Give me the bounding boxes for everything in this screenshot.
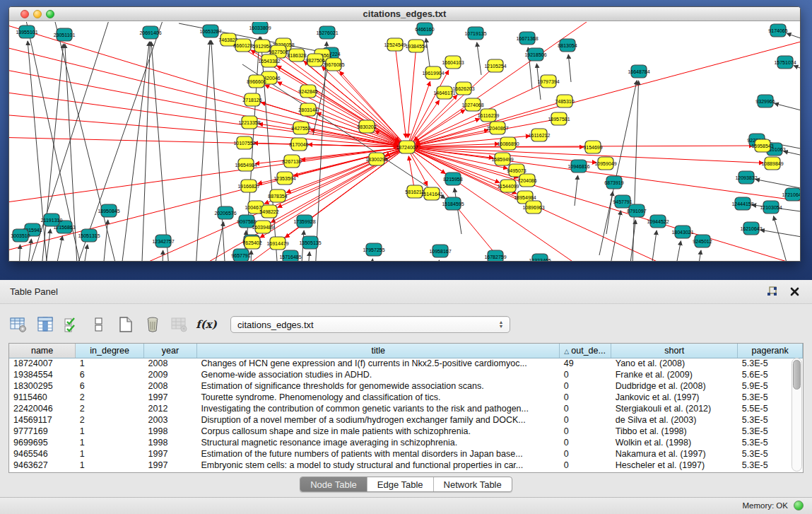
graph-node[interactable]: 8660128 (233, 39, 252, 52)
zoom-window-icon[interactable] (46, 10, 54, 18)
table-row[interactable]: 946554611997Estimation of the future num… (9, 448, 803, 460)
graph-node[interactable]: 15141641 (420, 187, 442, 200)
select-all-icon[interactable] (62, 315, 82, 334)
citation-edge[interactable] (760, 230, 801, 240)
citation-edge[interactable] (666, 241, 681, 262)
graph-node[interactable]: 7485310 (555, 95, 574, 107)
close-window-icon[interactable] (20, 10, 29, 18)
table-row[interactable]: 1938455462009Genome-wide association stu… (9, 369, 803, 380)
citation-edge[interactable] (48, 236, 62, 262)
graph-node[interactable]: 2718126 (242, 93, 261, 106)
citation-edge[interactable] (787, 33, 801, 43)
table-scrollbar[interactable] (792, 358, 802, 472)
graph-node[interactable]: 14646171 (433, 86, 455, 99)
graph-node[interactable]: 21191310 (41, 214, 63, 226)
graph-node[interactable]: 10889849 (761, 157, 783, 170)
graph-node[interactable]: 12524549 (384, 38, 406, 51)
function-builder-icon[interactable]: f(x) (196, 315, 216, 334)
graph-node[interactable]: 18043021 (671, 226, 693, 238)
graph-node[interactable]: 6466160 (415, 23, 434, 35)
citation-edge[interactable] (433, 260, 439, 262)
graph-node[interactable]: 8878354 (268, 189, 287, 202)
graph-node[interactable]: 16210643 (740, 222, 762, 235)
graph-node[interactable]: 16648784 (628, 65, 649, 78)
citation-edge[interactable] (115, 42, 149, 262)
graph-node[interactable]: 8427552 (291, 122, 310, 134)
column-header-out-de-[interactable]: △out_de... (560, 344, 611, 358)
graph-node[interactable]: 18957581 (548, 112, 570, 125)
citation-edge[interactable] (211, 40, 228, 262)
graph-node[interactable]: 12103054 (760, 201, 782, 214)
graph-node[interactable]: 10958167 (429, 245, 451, 257)
graph-node[interactable]: 7625402 (242, 236, 261, 249)
float-panel-icon[interactable] (765, 285, 778, 298)
column-header-name[interactable]: name (9, 344, 76, 358)
citation-edge[interactable] (477, 42, 481, 75)
table-row[interactable]: 946362711997Embryonic stem cells: a mode… (9, 460, 803, 471)
graph-node[interactable]: 20206576 (214, 206, 236, 219)
citation-edge[interactable] (407, 22, 617, 147)
graph-node[interactable]: 9830202 (357, 120, 376, 133)
citation-edge[interactable] (794, 66, 801, 75)
graph-node[interactable]: 16039489 (252, 221, 273, 233)
network-canvas[interactable]: 1395510123051101206914061065328716033809… (9, 22, 800, 261)
network-window[interactable]: citations_edges.txt 13955101230511012069… (8, 6, 801, 262)
citation-edge[interactable] (775, 103, 801, 114)
graph-node[interactable]: 6873919 (604, 176, 623, 189)
graph-node[interactable]: 15184595 (442, 197, 464, 210)
graph-node[interactable]: 12105254 (484, 59, 506, 72)
graph-node[interactable]: 18300295 (365, 153, 387, 165)
graph-node[interactable]: 16116239 (478, 109, 500, 122)
table-row[interactable]: 911546021997Tourette syndrome. Phenomeno… (9, 392, 803, 403)
graph-node[interactable]: 15716485 (279, 250, 301, 262)
graph-node[interactable]: 20691406 (139, 26, 161, 39)
graph-node[interactable]: 8791097 (627, 204, 646, 217)
graph-node[interactable]: 8813054 (558, 39, 577, 52)
tab-network-table[interactable]: Network Table (434, 477, 512, 491)
graph-node[interactable]: 16782759 (484, 250, 506, 262)
graph-node[interactable]: 12342757 (152, 235, 174, 247)
close-panel-icon[interactable] (788, 285, 801, 298)
graph-node[interactable]: 2803144 (298, 103, 317, 116)
column-header-title[interactable]: title (197, 344, 560, 358)
graph-node[interactable]: 10946816 (567, 160, 589, 173)
graph-node[interactable]: 10107552 (233, 136, 255, 149)
graph-node[interactable]: 16033809 (249, 22, 271, 34)
graph-node[interactable]: 16604103 (442, 56, 464, 69)
graph-node[interactable]: 8215958 (443, 173, 462, 185)
graph-node[interactable]: 15958543 (751, 139, 773, 152)
citation-edge[interactable] (23, 239, 31, 262)
citation-edge[interactable] (207, 222, 223, 262)
graph-node[interactable]: 8267130 (282, 155, 301, 168)
citation-edge[interactable] (575, 175, 578, 206)
graph-node[interactable]: 12444158 (731, 197, 753, 210)
citation-edge[interactable] (407, 119, 480, 147)
graph-node[interactable]: 16116212 (529, 129, 551, 141)
graph-node[interactable]: 9245012 (693, 235, 712, 247)
citation-edge[interactable] (395, 45, 406, 138)
graph-node[interactable]: 9174065 (768, 24, 787, 37)
column-header-year[interactable]: year (144, 344, 197, 358)
graph-node[interactable]: 10719135 (464, 27, 486, 40)
graph-node[interactable]: 17359928 (293, 215, 315, 228)
graph-node[interactable]: 15751074 (774, 56, 796, 69)
citation-edge[interactable] (691, 250, 701, 262)
citation-edge[interactable] (9, 147, 407, 206)
graph-node[interactable]: 22040867 (486, 122, 508, 134)
graph-node[interactable]: 19654984 (235, 158, 257, 171)
graph-node[interactable]: 19218506 (524, 48, 546, 61)
citation-edge[interactable] (568, 54, 571, 82)
graph-node[interactable]: 12093832 (735, 171, 757, 184)
tab-edge-table[interactable]: Edge Table (367, 477, 434, 491)
graph-node[interactable]: 9329966 (755, 95, 775, 107)
graph-node[interactable]: 8186328 (287, 49, 306, 62)
table-panel-titlebar[interactable]: Table Panel (0, 280, 812, 304)
scrollbar-thumb[interactable] (793, 360, 801, 390)
graph-node[interactable]: 18724007 (396, 141, 418, 153)
graph-node[interactable]: 19797394 (537, 75, 559, 88)
graph-node[interactable]: 5498222 (259, 205, 278, 218)
column-header-in-degree[interactable]: in_degree (76, 344, 144, 358)
delete-table-icon[interactable] (143, 315, 163, 334)
graph-node[interactable]: 29676085 (322, 58, 344, 71)
deselect-all-icon[interactable] (89, 315, 109, 334)
